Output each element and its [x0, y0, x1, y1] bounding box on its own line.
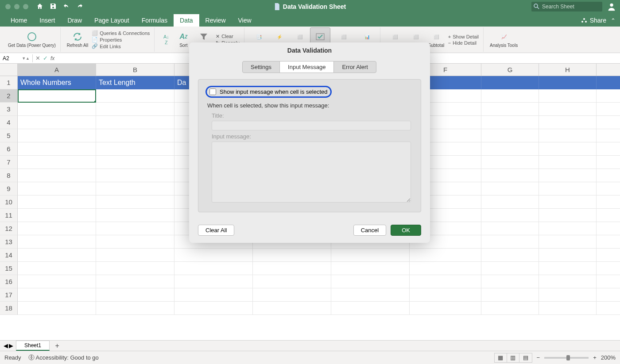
cell-G13[interactable] [481, 235, 539, 249]
show-detail-button[interactable]: +Show Detail [448, 34, 479, 39]
cell-B11[interactable] [96, 209, 174, 222]
cell-H5[interactable] [539, 129, 597, 142]
accessibility-status[interactable]: Accessibility: Good to go [28, 354, 99, 361]
cell-I9[interactable] [597, 182, 620, 195]
cell-H6[interactable] [539, 142, 597, 156]
cell-I13[interactable] [597, 235, 620, 249]
cell-A5[interactable] [18, 129, 96, 142]
cell-H18[interactable] [539, 302, 597, 315]
cell-I15[interactable] [597, 262, 620, 275]
cell-G5[interactable] [481, 129, 539, 142]
zoom-slider[interactable] [544, 357, 589, 359]
input-message-textarea[interactable] [212, 142, 411, 203]
cell-G10[interactable] [481, 195, 539, 209]
column-header-I[interactable]: I [597, 64, 620, 76]
queries-button[interactable]: ⬜Queries & Connections [92, 30, 150, 36]
row-header-14[interactable]: 14 [0, 249, 18, 262]
cell-G12[interactable] [481, 222, 539, 235]
cell-A8[interactable] [18, 169, 96, 182]
cell-B7[interactable] [96, 156, 174, 169]
cell-E17[interactable] [331, 288, 410, 302]
column-header-H[interactable]: H [539, 64, 597, 76]
cell-I5[interactable] [597, 129, 620, 142]
row-header-9[interactable]: 9 [0, 182, 18, 195]
user-icon[interactable] [607, 2, 616, 11]
hide-detail-button[interactable]: −Hide Detail [448, 40, 479, 46]
dialog-tab-settings[interactable]: Settings [242, 61, 280, 73]
select-all-corner[interactable] [0, 64, 18, 76]
row-header-8[interactable]: 8 [0, 169, 18, 182]
cell-F16[interactable] [410, 275, 481, 288]
row-header-2[interactable]: 2 [0, 89, 18, 103]
cell-B14[interactable] [96, 249, 174, 262]
cell-B2[interactable] [96, 89, 174, 103]
column-header-G[interactable]: G [481, 64, 539, 76]
cell-G1[interactable] [481, 76, 539, 89]
cell-I18[interactable] [597, 302, 620, 315]
cell-C16[interactable] [174, 275, 253, 288]
row-header-3[interactable]: 3 [0, 103, 18, 116]
edit-links-button[interactable]: 🔗Edit Links [92, 43, 150, 49]
cell-B5[interactable] [96, 129, 174, 142]
row-header-10[interactable]: 10 [0, 195, 18, 209]
cell-H8[interactable] [539, 169, 597, 182]
page-break-view-button[interactable]: ▤ [519, 353, 532, 362]
cell-I1[interactable] [597, 76, 620, 89]
row-header-16[interactable]: 16 [0, 275, 18, 288]
normal-view-button[interactable]: ▦ [495, 353, 507, 362]
cell-I12[interactable] [597, 222, 620, 235]
cell-H17[interactable] [539, 288, 597, 302]
tab-home[interactable]: Home [4, 14, 33, 27]
cell-A17[interactable] [18, 288, 96, 302]
cell-B16[interactable] [96, 275, 174, 288]
cell-E16[interactable] [331, 275, 410, 288]
sheet-nav-next-icon[interactable]: ▶ [9, 342, 13, 349]
column-header-B[interactable]: B [96, 64, 174, 76]
cell-A2[interactable] [18, 89, 96, 103]
cell-A11[interactable] [18, 209, 96, 222]
row-header-11[interactable]: 11 [0, 209, 18, 222]
cell-I8[interactable] [597, 169, 620, 182]
cell-B8[interactable] [96, 169, 174, 182]
row-header-7[interactable]: 7 [0, 156, 18, 169]
cell-E14[interactable] [331, 249, 410, 262]
cell-H3[interactable] [539, 103, 597, 116]
sheet-tab-sheet1[interactable]: Sheet1 [16, 341, 50, 351]
cancel-formula-icon[interactable]: ✕ [35, 55, 40, 61]
home-icon[interactable] [36, 3, 43, 11]
cell-H9[interactable] [539, 182, 597, 195]
undo-icon[interactable] [63, 3, 70, 11]
cell-D18[interactable] [253, 302, 331, 315]
cell-I10[interactable] [597, 195, 620, 209]
cell-A1[interactable]: Whole Numbers [18, 76, 96, 89]
cell-F14[interactable] [410, 249, 481, 262]
cell-A9[interactable] [18, 182, 96, 195]
cell-G9[interactable] [481, 182, 539, 195]
cell-E15[interactable] [331, 262, 410, 275]
cell-B1[interactable]: Text Length [96, 76, 174, 89]
row-header-1[interactable]: 1 [0, 76, 18, 89]
zoom-window[interactable] [23, 4, 28, 9]
cell-H1[interactable] [539, 76, 597, 89]
title-input[interactable] [212, 121, 411, 130]
ok-button[interactable]: OK [391, 225, 421, 236]
zoom-out-button[interactable]: − [537, 354, 540, 361]
analysis-tools-button[interactable]: 📈Analysis Tools [488, 27, 519, 52]
redo-icon[interactable] [76, 3, 83, 11]
tab-view[interactable]: View [232, 14, 258, 27]
cell-E18[interactable] [331, 302, 410, 315]
cell-B17[interactable] [96, 288, 174, 302]
get-data-button[interactable]: Get Data (Power Query) [6, 27, 58, 52]
cell-G15[interactable] [481, 262, 539, 275]
cell-G18[interactable] [481, 302, 539, 315]
cell-H13[interactable] [539, 235, 597, 249]
cell-A12[interactable] [18, 222, 96, 235]
cell-B18[interactable] [96, 302, 174, 315]
cell-H2[interactable] [539, 89, 597, 103]
column-header-A[interactable]: A [18, 64, 96, 76]
cell-D14[interactable] [253, 249, 331, 262]
cell-G2[interactable] [481, 89, 539, 103]
properties-button[interactable]: 📄Properties [92, 37, 150, 42]
collapse-ribbon-icon[interactable]: ⌃ [611, 17, 616, 24]
cell-B15[interactable] [96, 262, 174, 275]
